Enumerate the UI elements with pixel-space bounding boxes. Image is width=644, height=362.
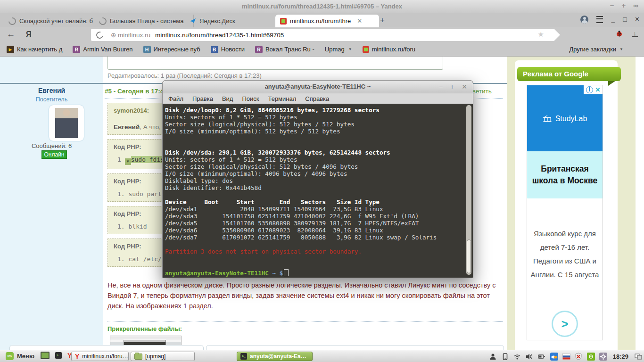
bookmark-item[interactable]: Upmag▼: [325, 46, 352, 53]
other-bookmarks-button[interactable]: Другие закладки▼: [569, 46, 623, 53]
terminal-minimize-button[interactable]: −: [439, 81, 443, 93]
taskbar-window-button[interactable]: Ymintlinux.ru/foru…: [71, 352, 129, 361]
bookmark-label: Новости: [221, 46, 245, 53]
google-ad[interactable]: i ✕ StudyLab Британская школа в Москве Я…: [527, 85, 603, 340]
cloud-mailru-tray-icon[interactable]: [550, 353, 558, 361]
volume-tray-icon[interactable]: [526, 353, 534, 361]
tab-close-icon[interactable]: ✕: [357, 17, 362, 25]
bookmark-star-icon[interactable]: ★: [538, 30, 544, 39]
browser-tab[interactable]: Складской учет онлайн: б: [4, 15, 103, 27]
tab-label: mintlinux.ru/forum/thre: [290, 17, 351, 25]
ad-info-icon[interactable]: i: [586, 86, 593, 93]
site-favicon-icon: [98, 16, 108, 26]
window-maximize-button[interactable]: +: [622, 1, 626, 9]
terminal-titlebar[interactable]: anyuta@anyuta-EasyNote-TE11HC ~ − + ✕: [163, 81, 473, 93]
code-line-number: 1.: [117, 223, 128, 230]
ad-title[interactable]: Британская школа в Москве: [527, 151, 603, 198]
terminal-icon: >_: [240, 353, 247, 360]
terminal-launcher-icon[interactable]: >_: [55, 352, 62, 359]
browser-tab[interactable]: Яндекс.Диск: [185, 15, 284, 27]
play-icon: ▶: [7, 46, 14, 53]
desktop: mintlinux.ru/forum/thread12435-1.html#69…: [0, 0, 644, 362]
tab-label: Яндекс.Диск: [199, 17, 235, 25]
ad-brand: StudyLab: [527, 115, 603, 123]
bookmark-item[interactable]: RВокал Транс Ru -: [255, 46, 314, 53]
workspace-switcher-icon[interactable]: [634, 353, 642, 361]
browser-minimize-button[interactable]: _: [611, 16, 615, 23]
online-status-badge: Онлайн: [41, 150, 67, 159]
bookmark-favicon-icon: В: [211, 46, 218, 53]
yandex-logo[interactable]: Я: [26, 30, 32, 39]
bookmark-item[interactable]: mintlinux.ru/foru: [363, 46, 415, 53]
bookmark-item[interactable]: ВНовости: [211, 46, 245, 53]
browser-tab[interactable]: mintlinux.ru/forum/thre✕: [275, 15, 379, 27]
bookmark-favicon-icon: R: [255, 46, 263, 53]
menu-hamburger-icon[interactable]: [596, 16, 603, 23]
profile-avatar-icon[interactable]: [580, 16, 588, 24]
bookmark-item[interactable]: RArmin Van Buuren: [73, 46, 132, 53]
ladybug-extension-icon[interactable]: [616, 30, 623, 39]
mint-menu-button[interactable]: lm Меню: [2, 351, 38, 361]
chevron-down-icon[interactable]: ▼: [125, 158, 131, 165]
browser-tab[interactable]: Большая Птица - система: [94, 15, 194, 27]
code-line-number: 1: [117, 156, 125, 163]
bookmark-favicon-icon: Н: [143, 46, 151, 53]
address-bar-row: ← Я ⊕ mintlinux.rumintlinux.ru/forum/thr…: [0, 27, 644, 42]
ad-text[interactable]: Языковой курс для детей 7-16 лет. Педаго…: [527, 227, 603, 281]
user-tray-icon[interactable]: [489, 353, 497, 361]
wifi-tray-icon[interactable]: [513, 353, 521, 361]
post-number-date[interactable]: #5 - Сегодня в 17:41: [105, 88, 167, 95]
terminal-scrollbar[interactable]: [466, 105, 471, 275]
window-extra-button[interactable]: ∞: [633, 1, 638, 9]
back-button[interactable]: ←: [7, 29, 15, 39]
ad-next-button[interactable]: >: [552, 311, 578, 337]
attachments-label: Прикрепленные файлы:: [107, 325, 182, 332]
smartphone-tray-icon[interactable]: [501, 353, 509, 361]
terminal-output-line: I/O size (minimum/optimal): 512 bytes / …: [165, 128, 473, 135]
post-body-text: Не, все на одном физическом диске. Прост…: [107, 280, 507, 311]
terminal-body[interactable]: Disk /dev/loop0: 8,2 GiB, 8846985216 byt…: [163, 104, 473, 278]
author-avatar[interactable]: [49, 105, 84, 141]
taskbar-clock[interactable]: 18:29: [613, 353, 628, 360]
window-minimize-button[interactable]: −: [610, 1, 614, 9]
terminal-menu-item[interactable]: Терминал: [268, 95, 296, 102]
terminal-output-line: [165, 191, 473, 198]
terminal-close-button[interactable]: ✕: [462, 81, 467, 93]
terminal-menu-item[interactable]: Правка: [192, 95, 213, 102]
reload-icon[interactable]: [95, 30, 104, 40]
next-section-box-left: [9, 345, 204, 350]
taskbar-window-label: mintlinux.ru/foru…: [82, 353, 128, 360]
ad-close-icon[interactable]: ✕: [595, 86, 600, 93]
terminal-menu-item[interactable]: Файл: [168, 95, 183, 102]
battery-tray-icon[interactable]: [538, 353, 546, 361]
browser-maximize-button[interactable]: □: [623, 16, 627, 23]
flag-russia-tray-icon[interactable]: [562, 353, 570, 361]
taskbar-window-button[interactable]: >_anyuta@anyuta-Ea…: [237, 352, 313, 361]
new-tab-button[interactable]: +: [380, 16, 385, 25]
bookmark-item[interactable]: НИнтересные пуб: [143, 46, 200, 53]
terminal-maximize-button[interactable]: +: [450, 81, 454, 93]
ad-banner-top[interactable]: i ✕ StudyLab: [527, 85, 603, 151]
code-line-number: 1.: [117, 190, 128, 197]
author-name[interactable]: Евгений: [0, 87, 103, 94]
browser-close-button[interactable]: ×: [635, 15, 639, 24]
terminal-scrollbar-thumb[interactable]: [467, 239, 471, 273]
taskbar-window-button[interactable]: [upmag]: [131, 352, 195, 361]
nvidia-tray-icon[interactable]: [587, 353, 595, 361]
editor-textarea[interactable]: [107, 57, 443, 70]
bookmark-item[interactable]: ▶Как начертить д: [7, 46, 62, 53]
url-field[interactable]: ⊕ mintlinux.rumintlinux.ru/forum/thread1…: [91, 29, 560, 41]
terminal-cursor: [284, 269, 289, 276]
terminal-menu-item[interactable]: Вид: [222, 95, 233, 102]
bookmark-label: Как начертить д: [17, 46, 62, 53]
tab-label: Большая Птица - система: [110, 17, 183, 25]
terminal-menu-item[interactable]: Справка: [305, 95, 329, 102]
terminal-menubar: ФайлПравкаВидПоискТерминалСправка: [163, 93, 473, 104]
terminal-menu-item[interactable]: Поиск: [242, 95, 259, 102]
yandex-icon: Y: [75, 353, 79, 360]
taskbar-window-label: anyuta@anyuta-Ea…: [250, 353, 306, 360]
settings-tray-icon[interactable]: [599, 353, 607, 361]
download-icon[interactable]: ↓: [632, 30, 638, 37]
shield-disabled-tray-icon[interactable]: [575, 353, 583, 361]
show-desktop-icon[interactable]: [41, 352, 50, 359]
